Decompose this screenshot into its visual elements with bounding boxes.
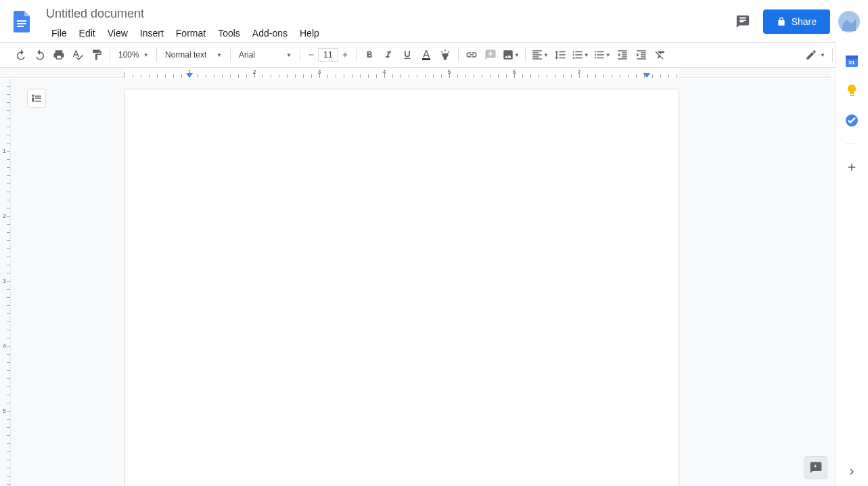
style-value: Normal text bbox=[165, 50, 206, 60]
print-icon bbox=[53, 49, 65, 61]
link-icon bbox=[465, 49, 478, 61]
caret-down-icon: ▼ bbox=[820, 52, 825, 58]
ruler-tick bbox=[214, 74, 214, 78]
lock-icon bbox=[777, 17, 786, 26]
caret-down-icon: ▼ bbox=[543, 52, 549, 58]
right-indent-marker[interactable] bbox=[643, 73, 650, 78]
first-line-indent-marker[interactable] bbox=[186, 73, 193, 78]
insert-image-button[interactable]: ▼ bbox=[501, 46, 521, 64]
ruler-tick bbox=[7, 94, 10, 95]
get-addons-button[interactable] bbox=[845, 160, 859, 174]
toolbar-separator bbox=[110, 48, 110, 62]
document-page[interactable] bbox=[124, 89, 679, 486]
document-title[interactable]: Untitled document bbox=[46, 5, 731, 22]
align-button[interactable]: ▼ bbox=[530, 46, 550, 64]
share-button[interactable]: Share bbox=[763, 9, 830, 34]
menu-edit[interactable]: Edit bbox=[74, 25, 101, 41]
numbered-list-icon bbox=[572, 49, 584, 61]
workspace: 12345 bbox=[0, 79, 835, 486]
ruler-tick bbox=[482, 74, 482, 78]
ruler-tick bbox=[7, 427, 10, 428]
font-size-input[interactable] bbox=[318, 48, 338, 62]
keep-addon[interactable] bbox=[845, 84, 859, 97]
ruler-tick bbox=[7, 240, 10, 241]
chevron-right-icon bbox=[846, 466, 858, 478]
vertical-ruler[interactable]: 12345 bbox=[0, 79, 11, 486]
styles-combo[interactable]: Normal text ▼ bbox=[161, 46, 226, 64]
menu-tools[interactable]: Tools bbox=[212, 25, 246, 41]
menu-format[interactable]: Format bbox=[170, 25, 211, 41]
ruler-number: 6 bbox=[512, 68, 516, 75]
calendar-addon[interactable]: 31 bbox=[845, 54, 859, 68]
ruler-tick bbox=[327, 74, 328, 78]
ruler-tick bbox=[165, 74, 166, 78]
bulleted-list-button[interactable]: ▼ bbox=[592, 46, 612, 64]
ruler-tick bbox=[652, 74, 653, 78]
caret-down-icon: ▼ bbox=[584, 52, 589, 58]
explore-button[interactable] bbox=[804, 456, 827, 479]
font-combo[interactable]: Arial ▼ bbox=[235, 46, 296, 64]
clear-formatting-button[interactable] bbox=[652, 46, 669, 64]
horizontal-ruler-area: 1234567 bbox=[0, 68, 831, 78]
ruler-tick bbox=[563, 74, 564, 78]
show-outline-button[interactable] bbox=[27, 89, 46, 108]
print-button[interactable] bbox=[50, 46, 68, 64]
ruler-tick bbox=[587, 74, 588, 78]
calendar-icon: 31 bbox=[845, 54, 859, 68]
checklist-button[interactable]: ▼ bbox=[570, 46, 591, 64]
caret-down-icon: ▼ bbox=[286, 52, 292, 58]
highlight-button[interactable] bbox=[436, 46, 454, 64]
redo-button[interactable] bbox=[31, 46, 49, 64]
undo-button[interactable] bbox=[12, 46, 30, 64]
ruler-tick bbox=[433, 74, 434, 78]
menu-file[interactable]: File bbox=[46, 25, 72, 41]
tasks-addon[interactable] bbox=[845, 114, 859, 127]
add-comment-button[interactable] bbox=[482, 46, 499, 64]
insert-link-button[interactable] bbox=[463, 46, 480, 64]
menu-insert[interactable]: Insert bbox=[135, 25, 169, 41]
ruler-tick bbox=[7, 200, 10, 200]
horizontal-ruler[interactable]: 1234567 bbox=[124, 68, 831, 78]
ruler-tick bbox=[7, 159, 10, 160]
spellcheck-button[interactable] bbox=[69, 46, 87, 64]
canvas-scroll[interactable] bbox=[11, 79, 835, 486]
paint-format-button[interactable] bbox=[88, 46, 106, 64]
ruler-tick bbox=[7, 143, 10, 143]
menu-view[interactable]: View bbox=[102, 25, 133, 41]
menu-addons[interactable]: Add-ons bbox=[247, 25, 293, 41]
ruler-tick bbox=[555, 74, 555, 78]
ruler-tick bbox=[7, 167, 10, 168]
svg-rect-6 bbox=[846, 56, 858, 59]
increase-indent-button[interactable] bbox=[633, 46, 650, 64]
font-size-decrease[interactable] bbox=[304, 47, 318, 62]
comments-button[interactable] bbox=[731, 9, 755, 34]
line-spacing-button[interactable] bbox=[551, 46, 569, 64]
text-color-button[interactable] bbox=[417, 46, 435, 64]
bold-button[interactable] bbox=[361, 46, 378, 64]
zoom-combo[interactable]: 100% ▼ bbox=[114, 46, 152, 64]
font-size-increase[interactable] bbox=[338, 47, 352, 62]
ruler-tick bbox=[603, 74, 604, 78]
ruler-tick bbox=[376, 74, 377, 78]
toolbar-separator bbox=[458, 48, 459, 62]
docs-logo[interactable] bbox=[8, 8, 35, 35]
ruler-tick bbox=[7, 216, 10, 217]
editing-mode-button[interactable]: ▼ bbox=[804, 46, 827, 64]
account-avatar[interactable] bbox=[838, 11, 860, 32]
ruler-tick bbox=[7, 435, 10, 436]
hide-side-panel-button[interactable] bbox=[843, 463, 861, 481]
menu-help[interactable]: Help bbox=[294, 25, 325, 41]
highlight-icon bbox=[439, 49, 451, 61]
caret-down-icon: ▼ bbox=[514, 52, 520, 58]
ruler-tick bbox=[230, 74, 231, 78]
ruler-tick bbox=[7, 265, 10, 265]
toolbar: 100% ▼ Normal text ▼ Arial ▼ bbox=[0, 42, 868, 68]
ruler-tick bbox=[279, 74, 279, 78]
outline-icon bbox=[30, 92, 43, 104]
underline-button[interactable] bbox=[398, 46, 416, 64]
decrease-indent-button[interactable] bbox=[614, 46, 631, 64]
italic-button[interactable] bbox=[380, 46, 397, 64]
zoom-value: 100% bbox=[118, 50, 139, 60]
ruler-tick bbox=[262, 74, 263, 78]
ruler-tick bbox=[457, 74, 458, 78]
